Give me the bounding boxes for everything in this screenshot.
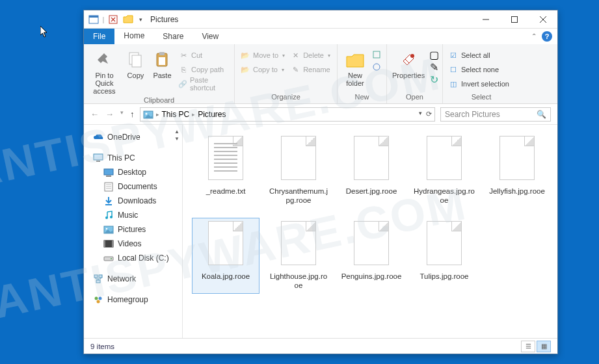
address-bar[interactable]: ▸ This PC ▸ Pictures ▾ ⟳ [140,107,436,122]
blank-file-icon [278,221,319,268]
file-item[interactable]: Penguins.jpg.rooe [338,218,405,294]
sidebar-item-onedrive[interactable]: OneDrive [84,130,182,144]
forward-button[interactable]: → [105,109,114,119]
cut-icon: ✂ [178,50,189,60]
history-icon[interactable]: ↻ [429,74,439,84]
svg-rect-16 [96,161,100,162]
tab-file[interactable]: File [84,29,114,44]
pin-to-quick-access-button[interactable]: Pin to Quick access [88,48,121,96]
sidebar-item-documents[interactable]: Documents [84,179,182,194]
file-item[interactable]: Tulips.jpg.rooe [410,218,478,294]
help-icon[interactable]: ? [542,31,552,42]
blank-file-icon [351,221,392,268]
sidebar-item-homegroup[interactable]: Homegroup [84,292,182,307]
minimize-button[interactable] [472,10,500,29]
svg-point-25 [110,216,113,218]
location-pictures-icon [143,109,153,120]
this-pc-icon [93,153,103,163]
delete-icon: ✕ [290,50,300,60]
select-none-button[interactable]: ☐Select none [447,62,511,77]
qat-explorer-icon[interactable] [87,12,101,27]
copy-button[interactable]: Copy [124,48,148,81]
breadcrumb-separator-icon[interactable]: ▸ [192,111,195,118]
back-button[interactable]: ← [90,109,99,119]
sidebar-item-downloads[interactable]: Downloads [84,194,182,208]
breadcrumb-separator-icon[interactable]: ▸ [156,111,159,118]
file-item[interactable]: Chrysanthemum.jpg.rooe [265,133,332,209]
refresh-icon[interactable]: ⟳ [426,110,432,118]
search-input[interactable]: Search Pictures 🔍 [440,107,551,122]
file-item[interactable]: Lighthouse.jpg.rooe [265,218,332,294]
move-to-button[interactable]: 📂Move to▾ [239,48,286,62]
file-name-label: Tulips.jpg.rooe [419,272,468,281]
breadcrumb-pictures[interactable]: Pictures [198,110,226,119]
file-item[interactable]: Jellyfish.jpg.rooe [483,133,551,209]
properties-icon [398,49,419,70]
new-folder-button[interactable]: New folder [341,48,369,88]
file-name-label: Penguins.jpg.rooe [341,272,402,281]
copy-path-button[interactable]: ⎘Copy path [177,62,230,77]
invert-selection-button[interactable]: ◫Invert selection [447,77,511,91]
svg-point-37 [99,297,102,300]
new-folder-icon [345,49,366,70]
desktop-icon [103,167,114,177]
select-all-button[interactable]: ☑Select all [447,48,511,62]
paste-shortcut-button[interactable]: 🔗Paste shortcut [177,77,230,91]
rename-button[interactable]: ✎Rename [289,62,332,77]
downloads-icon [103,196,114,206]
collapse-ribbon-icon[interactable]: ⌃ [531,32,537,40]
svg-rect-6 [132,55,141,67]
open-icon[interactable]: ▢ [429,49,439,60]
svg-rect-10 [373,51,380,58]
copy-path-icon: ⎘ [178,64,189,75]
copy-to-icon: 📂 [240,64,250,75]
menu-tabs: File Home Share View ⌃ ? [84,29,557,44]
close-button[interactable] [529,10,557,29]
maximize-button[interactable] [500,10,529,29]
blank-file-icon [423,221,465,268]
new-item-icon[interactable] [371,49,382,60]
file-item[interactable]: Koala.jpg.rooe [192,218,260,294]
copy-icon [125,49,146,70]
file-item[interactable]: Desert.jpg.rooe [338,133,405,209]
homegroup-icon [93,294,103,305]
paste-button[interactable]: Paste [150,48,174,81]
sidebar-scroll-arrows[interactable]: ▲▼ [174,129,181,142]
tab-home[interactable]: Home [114,29,153,44]
svg-rect-8 [159,52,165,55]
sidebar-item-local-disk[interactable]: Local Disk (C:) [84,251,182,265]
sidebar-item-network[interactable]: Network [84,272,182,286]
nav-arrows: ← → ▾ ↑ [90,109,135,119]
sidebar-item-this-pc[interactable]: This PC [84,151,182,165]
file-content-area[interactable]: _readme.txtChrysanthemum.jpg.rooeDesert.… [183,125,557,338]
easy-access-icon[interactable] [371,62,382,72]
copy-to-button[interactable]: 📂Copy to▾ [239,62,286,77]
breadcrumb-this-pc[interactable]: This PC [162,110,190,119]
sidebar-item-desktop[interactable]: Desktop [84,165,182,179]
navigation-sidebar[interactable]: ▲▼ OneDrive This PC Desktop Documents Do… [84,125,183,338]
item-count: 9 items [90,343,114,350]
up-button[interactable]: ↑ [130,109,135,119]
sidebar-item-music[interactable]: Music [84,208,182,222]
ribbon-group-new: New folder New [338,44,387,103]
file-item[interactable]: _readme.txt [192,133,260,209]
edit-icon[interactable]: ✎ [429,62,439,72]
select-all-icon: ☑ [448,50,459,60]
tab-share[interactable]: Share [153,29,193,44]
tab-view[interactable]: View [193,29,228,44]
blank-file-icon [278,136,319,183]
sidebar-item-pictures[interactable]: Pictures [84,222,182,237]
qat-properties-icon[interactable] [106,12,120,27]
properties-button[interactable]: Properties [391,48,426,81]
cut-button[interactable]: ✂Cut [177,48,230,62]
recent-locations-button[interactable]: ▾ [120,109,124,119]
delete-button[interactable]: ✕Delete▾ [289,48,332,62]
file-item[interactable]: Hydrangeas.jpg.rooe [410,133,478,209]
address-dropdown-icon[interactable]: ▾ [419,110,422,118]
details-view-toggle[interactable]: ☰ [521,341,535,352]
qat-dropdown-icon[interactable]: ▾ [136,12,145,27]
qat-folder-icon[interactable] [121,12,135,27]
svg-point-32 [111,258,112,259]
sidebar-item-videos[interactable]: Videos [84,237,182,251]
icons-view-toggle[interactable]: ▦ [537,341,551,352]
